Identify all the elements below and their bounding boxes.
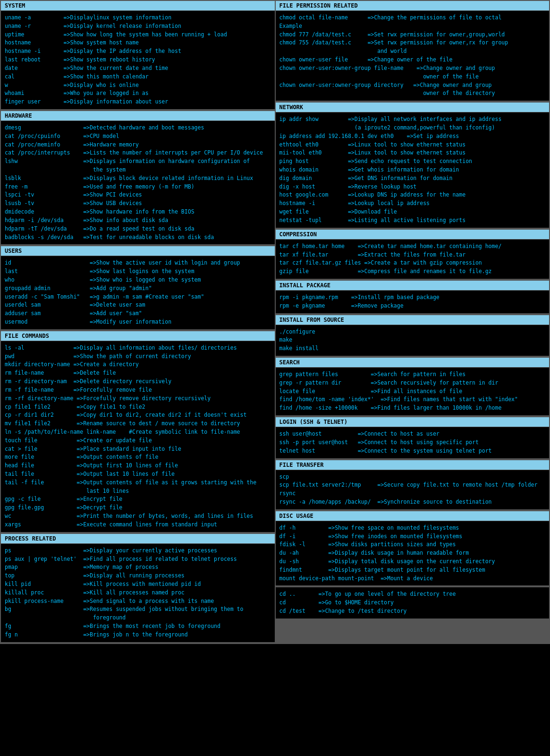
section-directory-traverse: cd .. =>To go up one level of the direct… [276, 587, 550, 618]
section-file-permission: FILE PERMISSION RELATEDchmod octal file-… [276, 1, 550, 101]
section-content-disc-usage: df -h =>Show free space on mounted files… [276, 521, 550, 586]
section-content-install-from-source: ./configure make make install [276, 325, 550, 356]
main-page: SYSTEMuname -a =>Displaylinux system inf… [0, 0, 550, 644]
section-content-network: ip addr show =>Display all network inter… [276, 112, 550, 228]
section-header-file-commands: FILE COMMANDS [1, 331, 275, 341]
section-header-network: NETWORK [276, 103, 550, 112]
section-system: SYSTEMuname -a =>Displaylinux system inf… [1, 1, 275, 109]
section-content-file-commands: ls -al =>Display all information about f… [1, 341, 275, 532]
section-header-hardware: HARDWARE [1, 111, 275, 121]
section-header-compression: COMPRESSION [276, 230, 550, 240]
section-header-disc-usage: DISC USAGE [276, 511, 550, 521]
section-content-search: grep pattern files =>Search for pattern … [276, 368, 550, 415]
section-search: SEARCHgrep pattern files =>Search for pa… [276, 358, 550, 415]
section-install-from-source: INSTALL FROM SOURCE./configure make make… [276, 315, 550, 356]
section-hardware: HARDWAREdmesg =>Detected hardware and bo… [1, 111, 275, 244]
section-content-process-related: ps =>Display your currently active proce… [1, 544, 275, 642]
section-content-install-package: rpm -i pkgname.rpm =>Install rpm based p… [276, 291, 550, 313]
section-content-file-permission: chmod octal file-name =>Change the permi… [276, 11, 550, 101]
section-install-package: INSTALL PACKAGErpm -i pkgname.rpm =>Inst… [276, 281, 550, 313]
section-header-process-related: PROCESS RELATED [1, 534, 275, 544]
section-header-system: SYSTEM [1, 1, 275, 11]
right-column: FILE PERMISSION RELATEDchmod octal file-… [276, 1, 550, 643]
section-users: USERSid =>Show the active user id with l… [1, 246, 275, 329]
section-content-directory-traverse: cd .. =>To go up one level of the direct… [276, 587, 550, 618]
section-content-system: uname -a =>Displaylinux system informati… [1, 11, 275, 109]
section-content-file-transfer: scp scp file.txt server2:/tmp =>Secure c… [276, 470, 550, 509]
section-header-file-permission: FILE PERMISSION RELATED [276, 1, 550, 11]
section-header-search: SEARCH [276, 358, 550, 368]
section-file-transfer: FILE TRANSFERscp scp file.txt server2:/t… [276, 460, 550, 509]
left-column: SYSTEMuname -a =>Displaylinux system inf… [1, 1, 275, 643]
section-content-login: ssh user@host =>Connect to host as user … [276, 427, 550, 458]
section-file-commands: FILE COMMANDSls -al =>Display all inform… [1, 331, 275, 532]
section-network: NETWORKip addr show =>Display all networ… [276, 103, 550, 228]
section-content-hardware: dmesg =>Detected hardware and boot messa… [1, 121, 275, 244]
section-header-install-package: INSTALL PACKAGE [276, 281, 550, 291]
section-header-login: LOGIN (SSH & TELNET) [276, 417, 550, 427]
section-content-compression: tar cf home.tar home =>Create tar named … [276, 240, 550, 279]
section-header-install-from-source: INSTALL FROM SOURCE [276, 315, 550, 325]
section-compression: COMPRESSIONtar cf home.tar home =>Create… [276, 230, 550, 279]
section-login: LOGIN (SSH & TELNET)ssh user@host =>Conn… [276, 417, 550, 458]
section-content-users: id =>Show the active user id with login … [1, 256, 275, 329]
section-process-related: PROCESS RELATEDps =>Display your current… [1, 534, 275, 642]
section-header-users: USERS [1, 246, 275, 256]
section-header-file-transfer: FILE TRANSFER [276, 460, 550, 470]
section-disc-usage: DISC USAGEdf -h =>Show free space on mou… [276, 511, 550, 586]
